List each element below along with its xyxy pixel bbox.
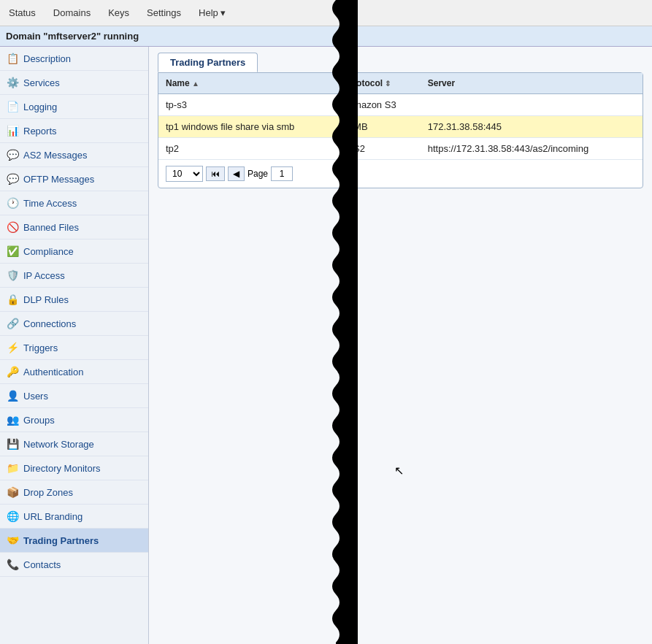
sidebar-item-drop-zones[interactable]: 📦Drop Zones (0, 480, 148, 505)
domain-header: Domain "mftserver2" running (0, 26, 652, 47)
sidebar-item-reports[interactable]: 📊Reports (0, 119, 148, 143)
trading-partners-table: Name ▲ Protocol ⇕ Server tp-s3Amazon S3t (158, 73, 643, 159)
compliance-icon: ✅ (6, 245, 19, 258)
protocol-sort-icon: ⇕ (385, 80, 391, 88)
sidebar: 📋Description⚙️Services📄Logging📊Reports💬A… (0, 47, 149, 644)
sidebar-label-dlp-rules: DLP Rules (23, 294, 69, 305)
sidebar-label-oftp-messages: OFTP Messages (23, 174, 94, 185)
cell-server: 172.31.38.58:445 (421, 116, 643, 138)
sidebar-item-description[interactable]: 📋Description (0, 47, 148, 71)
tab-trading-partners[interactable]: Trading Partners (158, 53, 258, 72)
sidebar-label-trading-partners: Trading Partners (23, 535, 99, 546)
sidebar-label-connections: Connections (23, 318, 76, 329)
sidebar-item-time-access[interactable]: 🕐Time Access (0, 191, 148, 215)
prev-page-button[interactable]: ◀ (228, 166, 245, 181)
cell-protocol: AS2 (340, 138, 420, 160)
page-input[interactable] (271, 166, 293, 181)
per-page-select[interactable]: 102550100 (166, 166, 203, 182)
cell-name: tp1 windows file share via smb (158, 116, 340, 138)
sidebar-item-authentication[interactable]: 🔑Authentication (0, 360, 148, 384)
col-header-name[interactable]: Name ▲ (158, 73, 340, 94)
sidebar-item-oftp-messages[interactable]: 💬OFTP Messages (0, 167, 148, 191)
network-storage-icon: 💾 (6, 437, 19, 451)
menu-domains[interactable]: Domains (50, 6, 93, 20)
url-branding-icon: 🌐 (6, 510, 19, 523)
cell-name: tp2 (158, 138, 340, 160)
sidebar-label-triggers: Triggers (23, 342, 58, 353)
col-header-protocol[interactable]: Protocol ⇕ (340, 73, 420, 94)
services-icon: ⚙️ (6, 76, 19, 89)
authentication-icon: 🔑 (6, 365, 19, 378)
sidebar-label-directory-monitors: Directory Monitors (23, 463, 100, 474)
menu-settings[interactable]: Settings (144, 6, 184, 20)
sidebar-item-connections[interactable]: 🔗Connections (0, 312, 148, 336)
sidebar-label-description: Description (23, 53, 71, 64)
sidebar-label-contacts: Contacts (23, 559, 61, 570)
dlp-rules-icon: 🔒 (6, 293, 19, 306)
menu-help[interactable]: Help (196, 6, 229, 20)
sidebar-label-reports: Reports (23, 126, 57, 137)
sidebar-label-logging: Logging (23, 101, 57, 112)
oftp-messages-icon: 💬 (6, 172, 19, 185)
contacts-icon: 📞 (6, 558, 19, 571)
sidebar-label-drop-zones: Drop Zones (23, 487, 73, 498)
sidebar-item-contacts[interactable]: 📞Contacts (0, 553, 148, 577)
cell-server: https://172.31.38.58:443/as2/incoming (421, 138, 643, 160)
cell-protocol: Amazon S3 (340, 94, 420, 116)
sidebar-item-logging[interactable]: 📄Logging (0, 95, 148, 119)
users-icon: 👤 (6, 389, 19, 402)
col-header-server: Server (421, 73, 643, 94)
sidebar-item-compliance[interactable]: ✅Compliance (0, 239, 148, 264)
sidebar-item-dlp-rules[interactable]: 🔒DLP Rules (0, 288, 148, 312)
menu-keys[interactable]: Keys (105, 6, 132, 20)
time-access-icon: 🕐 (6, 196, 19, 210)
first-page-button[interactable]: ⏮ (206, 166, 225, 181)
sidebar-item-ip-access[interactable]: 🛡️IP Access (0, 264, 148, 288)
table-area: Name ▲ Protocol ⇕ Server tp-s3Amazon S3t (158, 72, 643, 188)
reports-icon: 📊 (6, 124, 19, 137)
directory-monitors-icon: 📁 (6, 461, 19, 475)
main-layout: 📋Description⚙️Services📄Logging📊Reports💬A… (0, 47, 652, 644)
sidebar-item-banned-files[interactable]: 🚫Banned Files (0, 215, 148, 239)
pagination: 102550100 ⏮ ◀ Page (158, 159, 643, 188)
page-label: Page (248, 169, 268, 179)
sidebar-item-users[interactable]: 👤Users (0, 384, 148, 408)
cell-name: tp-s3 (158, 94, 340, 116)
triggers-icon: ⚡ (6, 341, 19, 354)
sidebar-label-network-storage: Network Storage (23, 439, 94, 450)
menu-status[interactable]: Status (6, 6, 39, 20)
sidebar-label-compliance: Compliance (23, 246, 74, 257)
table-row[interactable]: tp1 windows file share via smbSMB172.31.… (158, 116, 643, 138)
sidebar-label-ip-access: IP Access (23, 270, 65, 281)
sidebar-label-users: Users (23, 391, 48, 402)
as2-messages-icon: 💬 (6, 148, 19, 161)
cell-server (421, 94, 643, 116)
connections-icon: 🔗 (6, 317, 19, 330)
description-icon: 📋 (6, 52, 19, 65)
drop-zones-icon: 📦 (6, 486, 19, 499)
sidebar-label-groups: Groups (23, 415, 55, 426)
trading-partners-icon: 🤝 (6, 534, 19, 547)
sidebar-item-directory-monitors[interactable]: 📁Directory Monitors (0, 456, 148, 480)
sidebar-item-services[interactable]: ⚙️Services (0, 71, 148, 95)
name-sort-icon: ▲ (192, 80, 199, 88)
sidebar-item-trading-partners[interactable]: 🤝Trading Partners (0, 529, 148, 553)
sidebar-item-groups[interactable]: 👥Groups (0, 408, 148, 432)
sidebar-item-as2-messages[interactable]: 💬AS2 Messages (0, 143, 148, 167)
domain-header-text: Domain "mftserver2" running (6, 31, 139, 42)
sidebar-item-triggers[interactable]: ⚡Triggers (0, 336, 148, 360)
table-row[interactable]: tp-s3Amazon S3 (158, 94, 643, 116)
sidebar-label-banned-files: Banned Files (23, 222, 79, 233)
logging-icon: 📄 (6, 100, 19, 113)
top-menu-bar: Status Domains Keys Settings Help (0, 0, 652, 26)
sidebar-label-as2-messages: AS2 Messages (23, 150, 87, 161)
sidebar-label-authentication: Authentication (23, 367, 83, 377)
ip-access-icon: 🛡️ (6, 269, 19, 282)
table-row[interactable]: tp2AS2https://172.31.38.58:443/as2/incom… (158, 138, 643, 160)
sidebar-label-services: Services (23, 77, 60, 88)
groups-icon: 👥 (6, 413, 19, 426)
tab-bar: Trading Partners (149, 47, 652, 72)
sidebar-item-network-storage[interactable]: 💾Network Storage (0, 432, 148, 456)
cell-protocol: SMB (340, 116, 420, 138)
sidebar-item-url-branding[interactable]: 🌐URL Branding (0, 505, 148, 529)
